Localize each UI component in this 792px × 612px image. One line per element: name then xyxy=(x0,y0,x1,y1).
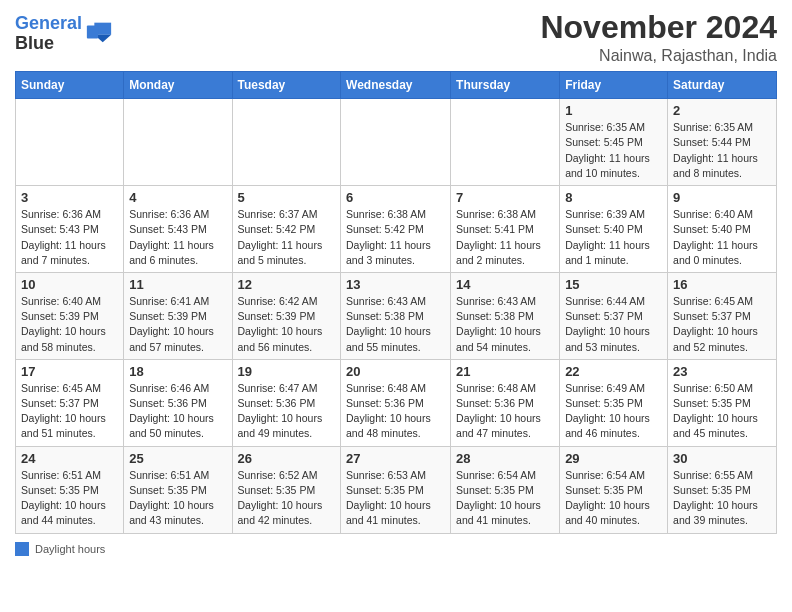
calendar-cell xyxy=(451,99,560,186)
logo-icon xyxy=(85,18,113,46)
day-info: Sunrise: 6:37 AM Sunset: 5:42 PM Dayligh… xyxy=(238,207,336,268)
day-info: Sunrise: 6:43 AM Sunset: 5:38 PM Dayligh… xyxy=(346,294,445,355)
header-day: Sunday xyxy=(16,72,124,99)
day-number: 21 xyxy=(456,364,554,379)
calendar-cell xyxy=(341,99,451,186)
day-number: 29 xyxy=(565,451,662,466)
calendar-cell: 21Sunrise: 6:48 AM Sunset: 5:36 PM Dayli… xyxy=(451,359,560,446)
calendar-cell: 25Sunrise: 6:51 AM Sunset: 5:35 PM Dayli… xyxy=(124,446,232,533)
logo-text: GeneralBlue xyxy=(15,14,82,54)
day-info: Sunrise: 6:40 AM Sunset: 5:40 PM Dayligh… xyxy=(673,207,771,268)
calendar-cell: 7Sunrise: 6:38 AM Sunset: 5:41 PM Daylig… xyxy=(451,186,560,273)
day-number: 20 xyxy=(346,364,445,379)
day-info: Sunrise: 6:48 AM Sunset: 5:36 PM Dayligh… xyxy=(346,381,445,442)
day-number: 25 xyxy=(129,451,226,466)
day-info: Sunrise: 6:54 AM Sunset: 5:35 PM Dayligh… xyxy=(456,468,554,529)
calendar-cell: 15Sunrise: 6:44 AM Sunset: 5:37 PM Dayli… xyxy=(560,272,668,359)
day-info: Sunrise: 6:43 AM Sunset: 5:38 PM Dayligh… xyxy=(456,294,554,355)
day-number: 30 xyxy=(673,451,771,466)
day-info: Sunrise: 6:51 AM Sunset: 5:35 PM Dayligh… xyxy=(21,468,118,529)
calendar-cell: 28Sunrise: 6:54 AM Sunset: 5:35 PM Dayli… xyxy=(451,446,560,533)
day-info: Sunrise: 6:41 AM Sunset: 5:39 PM Dayligh… xyxy=(129,294,226,355)
calendar-cell: 12Sunrise: 6:42 AM Sunset: 5:39 PM Dayli… xyxy=(232,272,341,359)
day-number: 19 xyxy=(238,364,336,379)
header-day: Wednesday xyxy=(341,72,451,99)
day-info: Sunrise: 6:52 AM Sunset: 5:35 PM Dayligh… xyxy=(238,468,336,529)
calendar-cell: 19Sunrise: 6:47 AM Sunset: 5:36 PM Dayli… xyxy=(232,359,341,446)
day-info: Sunrise: 6:51 AM Sunset: 5:35 PM Dayligh… xyxy=(129,468,226,529)
day-number: 28 xyxy=(456,451,554,466)
day-number: 15 xyxy=(565,277,662,292)
day-number: 6 xyxy=(346,190,445,205)
header-day: Tuesday xyxy=(232,72,341,99)
calendar-cell: 26Sunrise: 6:52 AM Sunset: 5:35 PM Dayli… xyxy=(232,446,341,533)
daylight-label: Daylight hours xyxy=(35,543,105,555)
calendar-cell: 5Sunrise: 6:37 AM Sunset: 5:42 PM Daylig… xyxy=(232,186,341,273)
day-info: Sunrise: 6:42 AM Sunset: 5:39 PM Dayligh… xyxy=(238,294,336,355)
day-number: 12 xyxy=(238,277,336,292)
day-number: 17 xyxy=(21,364,118,379)
calendar-cell: 1Sunrise: 6:35 AM Sunset: 5:45 PM Daylig… xyxy=(560,99,668,186)
day-number: 16 xyxy=(673,277,771,292)
location: Nainwa, Rajasthan, India xyxy=(540,47,777,65)
day-number: 3 xyxy=(21,190,118,205)
day-number: 5 xyxy=(238,190,336,205)
calendar-cell: 20Sunrise: 6:48 AM Sunset: 5:36 PM Dayli… xyxy=(341,359,451,446)
day-info: Sunrise: 6:46 AM Sunset: 5:36 PM Dayligh… xyxy=(129,381,226,442)
day-info: Sunrise: 6:36 AM Sunset: 5:43 PM Dayligh… xyxy=(21,207,118,268)
calendar-cell xyxy=(16,99,124,186)
day-number: 23 xyxy=(673,364,771,379)
day-number: 1 xyxy=(565,103,662,118)
day-number: 11 xyxy=(129,277,226,292)
day-info: Sunrise: 6:40 AM Sunset: 5:39 PM Dayligh… xyxy=(21,294,118,355)
day-number: 7 xyxy=(456,190,554,205)
calendar-cell: 13Sunrise: 6:43 AM Sunset: 5:38 PM Dayli… xyxy=(341,272,451,359)
calendar-cell: 11Sunrise: 6:41 AM Sunset: 5:39 PM Dayli… xyxy=(124,272,232,359)
svg-rect-2 xyxy=(87,25,98,38)
day-number: 10 xyxy=(21,277,118,292)
day-number: 2 xyxy=(673,103,771,118)
footer: Daylight hours xyxy=(15,542,777,556)
calendar-cell: 3Sunrise: 6:36 AM Sunset: 5:43 PM Daylig… xyxy=(16,186,124,273)
calendar-cell: 14Sunrise: 6:43 AM Sunset: 5:38 PM Dayli… xyxy=(451,272,560,359)
day-number: 26 xyxy=(238,451,336,466)
calendar-cell xyxy=(232,99,341,186)
calendar-cell: 27Sunrise: 6:53 AM Sunset: 5:35 PM Dayli… xyxy=(341,446,451,533)
header-day: Thursday xyxy=(451,72,560,99)
day-info: Sunrise: 6:44 AM Sunset: 5:37 PM Dayligh… xyxy=(565,294,662,355)
calendar-cell: 30Sunrise: 6:55 AM Sunset: 5:35 PM Dayli… xyxy=(668,446,777,533)
header-day: Friday xyxy=(560,72,668,99)
day-info: Sunrise: 6:48 AM Sunset: 5:36 PM Dayligh… xyxy=(456,381,554,442)
calendar-table: SundayMondayTuesdayWednesdayThursdayFrid… xyxy=(15,71,777,533)
day-info: Sunrise: 6:35 AM Sunset: 5:45 PM Dayligh… xyxy=(565,120,662,181)
day-info: Sunrise: 6:38 AM Sunset: 5:41 PM Dayligh… xyxy=(456,207,554,268)
calendar-cell: 2Sunrise: 6:35 AM Sunset: 5:44 PM Daylig… xyxy=(668,99,777,186)
daylight-legend-box xyxy=(15,542,29,556)
day-number: 9 xyxy=(673,190,771,205)
calendar-week-row: 17Sunrise: 6:45 AM Sunset: 5:37 PM Dayli… xyxy=(16,359,777,446)
calendar-cell: 23Sunrise: 6:50 AM Sunset: 5:35 PM Dayli… xyxy=(668,359,777,446)
calendar-cell xyxy=(124,99,232,186)
header-row: SundayMondayTuesdayWednesdayThursdayFrid… xyxy=(16,72,777,99)
day-info: Sunrise: 6:47 AM Sunset: 5:36 PM Dayligh… xyxy=(238,381,336,442)
calendar-cell: 22Sunrise: 6:49 AM Sunset: 5:35 PM Dayli… xyxy=(560,359,668,446)
calendar-cell: 16Sunrise: 6:45 AM Sunset: 5:37 PM Dayli… xyxy=(668,272,777,359)
calendar-cell: 10Sunrise: 6:40 AM Sunset: 5:39 PM Dayli… xyxy=(16,272,124,359)
title-block: November 2024 Nainwa, Rajasthan, India xyxy=(540,10,777,65)
header-day: Monday xyxy=(124,72,232,99)
day-number: 8 xyxy=(565,190,662,205)
day-number: 24 xyxy=(21,451,118,466)
calendar-cell: 24Sunrise: 6:51 AM Sunset: 5:35 PM Dayli… xyxy=(16,446,124,533)
day-info: Sunrise: 6:38 AM Sunset: 5:42 PM Dayligh… xyxy=(346,207,445,268)
day-info: Sunrise: 6:39 AM Sunset: 5:40 PM Dayligh… xyxy=(565,207,662,268)
day-info: Sunrise: 6:55 AM Sunset: 5:35 PM Dayligh… xyxy=(673,468,771,529)
calendar-cell: 9Sunrise: 6:40 AM Sunset: 5:40 PM Daylig… xyxy=(668,186,777,273)
calendar-cell: 18Sunrise: 6:46 AM Sunset: 5:36 PM Dayli… xyxy=(124,359,232,446)
day-info: Sunrise: 6:36 AM Sunset: 5:43 PM Dayligh… xyxy=(129,207,226,268)
day-number: 4 xyxy=(129,190,226,205)
calendar-week-row: 1Sunrise: 6:35 AM Sunset: 5:45 PM Daylig… xyxy=(16,99,777,186)
day-info: Sunrise: 6:45 AM Sunset: 5:37 PM Dayligh… xyxy=(21,381,118,442)
day-info: Sunrise: 6:49 AM Sunset: 5:35 PM Dayligh… xyxy=(565,381,662,442)
header-day: Saturday xyxy=(668,72,777,99)
calendar-cell: 4Sunrise: 6:36 AM Sunset: 5:43 PM Daylig… xyxy=(124,186,232,273)
